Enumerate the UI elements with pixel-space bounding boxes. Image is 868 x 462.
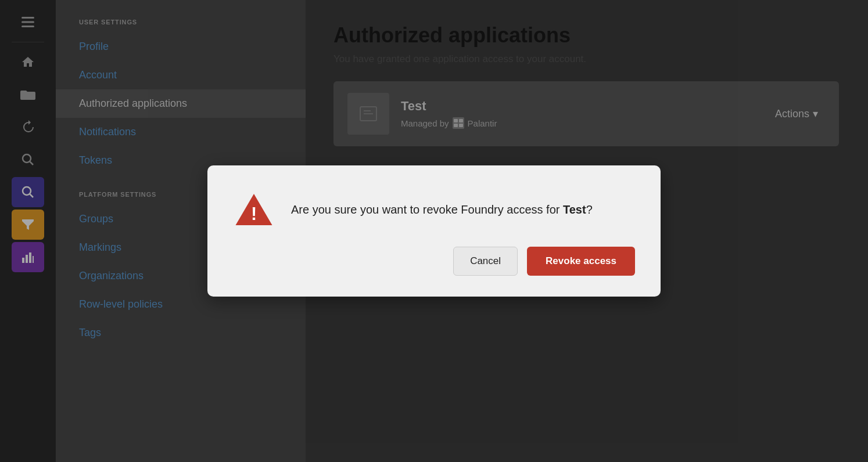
dialog-message: Are you sure you want to revoke Foundry … [291,201,593,218]
dialog-body: ! Are you sure you want to revoke Foundr… [233,189,635,230]
dialog-message-suffix: ? [586,203,593,216]
dialog-actions: Cancel Revoke access [233,247,635,276]
cancel-button[interactable]: Cancel [453,247,518,276]
modal-overlay[interactable]: ! Are you sure you want to revoke Foundr… [0,0,868,462]
confirm-dialog: ! Are you sure you want to revoke Foundr… [207,165,661,297]
dialog-app-name: Test [563,203,586,216]
warning-icon: ! [233,189,275,230]
dialog-message-prefix: Are you sure you want to revoke Foundry … [291,203,563,216]
svg-text:!: ! [251,204,257,223]
revoke-access-button[interactable]: Revoke access [527,247,635,276]
